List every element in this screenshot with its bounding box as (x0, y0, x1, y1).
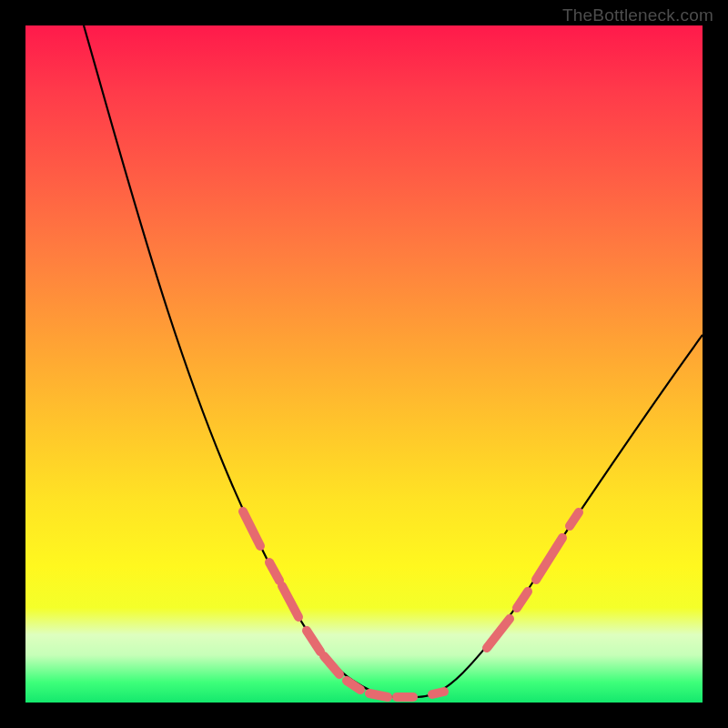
series-marker-left-6 (347, 681, 360, 690)
series-marker-right-4 (570, 512, 579, 526)
series-marker-right-3 (536, 538, 562, 580)
watermark-text: TheBottleneck.com (562, 5, 713, 25)
series-curve (84, 25, 703, 697)
series-marker-bottom-3 (432, 692, 444, 694)
series-marker-left-1 (243, 511, 260, 546)
series-marker-left-2 (269, 562, 279, 581)
curve-group (84, 25, 703, 697)
chart-background (25, 25, 703, 703)
series-marker-bottom-1 (369, 693, 388, 697)
bottleneck-curve-chart (25, 25, 703, 703)
series-marker-right-2 (517, 592, 528, 608)
series-marker-left-3 (282, 586, 298, 617)
series-marker-right-1 (487, 619, 510, 648)
series-marker-left-4 (307, 631, 320, 652)
series-marker-left-5 (324, 656, 339, 674)
